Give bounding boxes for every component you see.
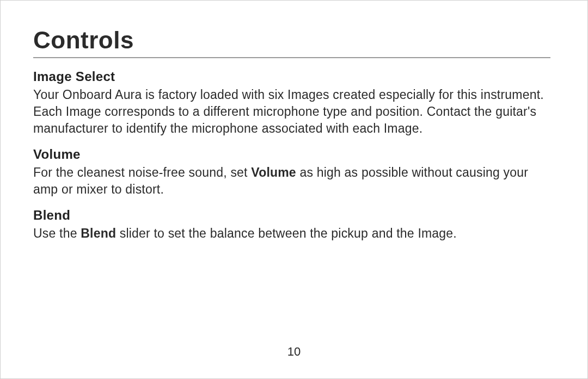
bold-term-blend: Blend — [81, 226, 116, 240]
page-number: 10 — [1, 345, 587, 359]
bold-term-volume: Volume — [251, 165, 296, 179]
section-body-volume: For the cleanest noise-free sound, set V… — [33, 164, 550, 198]
text-run: For the cleanest noise-free sound, set — [33, 165, 251, 179]
section-heading-blend: Blend — [33, 208, 550, 223]
manual-page: Controls Image Select Your Onboard Aura … — [0, 0, 588, 379]
text-run: Use the — [33, 226, 81, 240]
section-heading-image-select: Image Select — [33, 69, 550, 84]
section-heading-volume: Volume — [33, 147, 550, 162]
section-body-image-select: Your Onboard Aura is factory loaded with… — [33, 86, 550, 137]
text-run: slider to set the balance between the pi… — [116, 226, 457, 240]
section-body-blend: Use the Blend slider to set the balance … — [33, 225, 550, 242]
page-title: Controls — [33, 27, 550, 54]
title-rule — [33, 57, 550, 58]
